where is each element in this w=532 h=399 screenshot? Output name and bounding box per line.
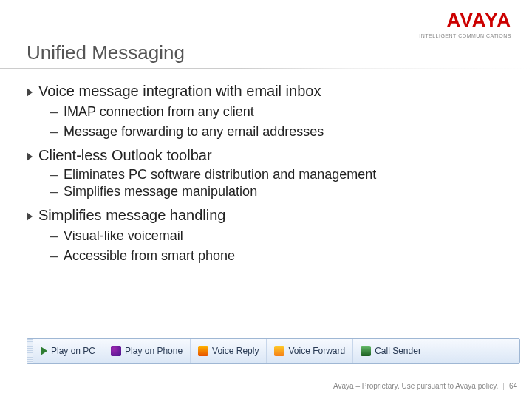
bullet-l2: – Eliminates PC software distribution an… xyxy=(50,167,505,183)
arrow-icon xyxy=(27,212,33,221)
bullet-l2: – Message forwarding to any email addres… xyxy=(50,124,505,140)
toolbar-label: Play on Phone xyxy=(125,346,183,356)
bullet-l2: – Visual-like voicemail xyxy=(50,228,505,244)
slide-title: Unified Messaging xyxy=(27,41,185,64)
bullet-text: Accessible from smart phone xyxy=(64,248,235,264)
brand-name: AVAYA xyxy=(419,9,511,32)
bullet-text: Client-less Outlook toolbar xyxy=(38,147,212,164)
toolbar-label: Play on PC xyxy=(51,346,95,356)
bullet-l1: Simplifies message handling xyxy=(27,207,505,224)
bullet-text: Voice message integration with email inb… xyxy=(38,83,321,100)
toolbar-button-voice-forward: Voice Forward xyxy=(267,339,353,363)
bullet-l2: – IMAP connection from any client xyxy=(50,104,505,120)
slide-footer: Avaya – Proprietary. Use pursuant to Ava… xyxy=(333,382,517,390)
title-underline xyxy=(0,68,532,69)
slide-body: Voice message integration with email inb… xyxy=(27,80,505,271)
brand-logo: AVAYA INTELLIGENT COMMUNICATIONS xyxy=(419,9,511,38)
dash-icon: – xyxy=(50,184,58,200)
dash-icon: – xyxy=(50,167,58,183)
footer-text: Avaya – Proprietary. Use pursuant to Ava… xyxy=(333,382,498,390)
bullet-l1: Voice message integration with email inb… xyxy=(27,83,505,100)
reply-icon xyxy=(198,346,208,356)
bullet-text: Simplifies message manipulation xyxy=(64,184,257,200)
page-number: 64 xyxy=(509,382,517,390)
footer-separator: | xyxy=(502,382,505,390)
toolbar-button-play-pc: Play on PC xyxy=(33,339,103,363)
forward-icon xyxy=(274,346,284,356)
outlook-toolbar-screenshot: Play on PC Play on Phone Voice Reply Voi… xyxy=(27,338,520,364)
bullet-text: Message forwarding to any email addresse… xyxy=(64,124,324,140)
arrow-icon xyxy=(27,152,33,161)
bullet-text: Visual-like voicemail xyxy=(64,228,183,244)
dash-icon: – xyxy=(50,104,58,120)
bullet-l1: Client-less Outlook toolbar xyxy=(27,147,505,164)
toolbar-label: Call Sender xyxy=(375,346,421,356)
call-icon xyxy=(361,346,371,356)
bullet-l2: – Simplifies message manipulation xyxy=(50,184,505,200)
bullet-l2: – Accessible from smart phone xyxy=(50,248,505,264)
dash-icon: – xyxy=(50,248,58,264)
toolbar-button-voice-reply: Voice Reply xyxy=(191,339,267,363)
toolbar-grip-icon xyxy=(27,339,33,363)
bullet-text: IMAP connection from any client xyxy=(64,104,254,120)
toolbar-label: Voice Forward xyxy=(288,346,345,356)
play-icon xyxy=(41,347,47,355)
phone-icon xyxy=(111,346,121,356)
dash-icon: – xyxy=(50,228,58,244)
bullet-text: Simplifies message handling xyxy=(38,207,225,224)
toolbar-button-call-sender: Call Sender xyxy=(353,339,429,363)
bullet-text: Eliminates PC software distribution and … xyxy=(64,167,376,183)
arrow-icon xyxy=(27,88,33,97)
dash-icon: – xyxy=(50,124,58,140)
brand-tagline: INTELLIGENT COMMUNICATIONS xyxy=(419,33,511,38)
toolbar-label: Voice Reply xyxy=(212,346,259,356)
toolbar-button-play-phone: Play on Phone xyxy=(103,339,191,363)
